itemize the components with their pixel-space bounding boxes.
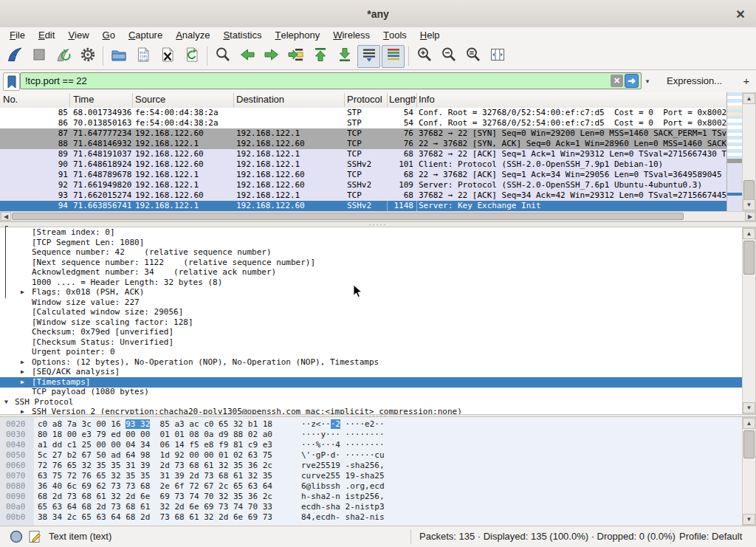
packet-row-94[interactable]: 9471.663856741192.168.122.1192.168.122.6… [0,201,726,211]
menu-item-go[interactable]: Go [96,27,122,43]
detail-line[interactable]: 1000 .... = Header Length: 32 bytes (8) [0,278,742,288]
close-icon[interactable]: ✕ [732,6,749,22]
scroll-up-icon[interactable]: ▲ [743,418,755,429]
pane-splitter-top[interactable]: ····· [0,221,756,227]
menu-item-help[interactable]: Help [413,27,447,43]
expander-collapsed-icon[interactable]: ▶ [21,357,24,367]
detail-line[interactable]: [Stream index: 0] [0,227,742,238]
zoom-out-button[interactable] [437,45,460,68]
expander-collapsed-icon[interactable]: ▶ [21,407,24,414]
column-divider[interactable] [416,93,417,107]
packet-list-vscrollbar[interactable]: ▲ ▼ [742,92,756,211]
detail-line[interactable]: Checksum: 0x79ed [unverified] [0,327,742,337]
column-divider[interactable] [69,93,70,107]
scroll-up-icon[interactable]: ▲ [743,93,755,104]
stop-capture-button[interactable] [27,45,50,68]
hex-ascii[interactable]: curve255 19-sha25 [301,471,385,481]
scroll-down-icon[interactable]: ▼ [743,402,755,413]
hex-ascii[interactable]: \'·gP·d· ······cu [301,450,385,461]
hex-bytes[interactable]: 65 63 64 68 2d 73 68 61 32 2d 6e 69 73 7… [38,502,272,512]
hex-row-0020[interactable]: 0020c0 a8 7a 3c 00 16 93 32 85 a3 ac c0 … [0,419,742,430]
hex-row-0030[interactable]: 003080 18 00 e3 79 ed 00 00 01 01 08 0a … [0,430,742,440]
menu-item-telephony[interactable]: Telephony [268,27,326,43]
hex-bytes[interactable]: 5c 27 b2 67 50 ad 64 98 1d 92 00 00 01 0… [38,450,272,461]
filter-apply-icon[interactable]: ➜ [625,74,639,88]
capture-options-button[interactable] [76,45,99,68]
detail-line[interactable]: [Window size scaling factor: 128] [0,317,742,328]
hex-row-00b0[interactable]: 00b038 34 2c 65 63 64 68 2d 73 68 61 32 … [0,512,742,523]
go-first-button[interactable] [309,45,331,68]
go-last-button[interactable] [333,45,356,68]
auto-scroll-button[interactable] [357,45,380,68]
packet-row-92[interactable]: 9271.661949820192.168.122.1192.168.122.6… [0,180,726,190]
menu-item-view[interactable]: View [61,27,95,43]
detail-line[interactable]: ▶[SEQ/ACK analysis] [0,367,742,377]
detail-line[interactable]: ▶[Timestamps] [0,377,742,388]
hex-ascii[interactable]: ····y··· ········ [301,430,385,440]
column-divider[interactable] [233,93,234,107]
menu-item-tools[interactable]: Tools [377,27,413,43]
detail-line[interactable]: [Checksum Status: Unverified] [0,337,742,348]
save-file-button[interactable]: 010111010110 [131,45,154,68]
filter-bookmark-button[interactable] [3,72,20,91]
menu-item-statistics[interactable]: Statistics [216,27,268,43]
hex-ascii[interactable]: 84,ecdh- sha2-nis [301,512,385,523]
scroll-down-icon[interactable]: ▼ [743,514,755,525]
go-forward-button[interactable] [260,45,283,68]
colorize-button[interactable] [382,45,405,68]
expander-collapsed-icon[interactable]: ▶ [21,287,24,297]
hex-row-0050[interactable]: 00505c 27 b2 67 50 ad 64 98 1d 92 00 00 … [0,450,742,461]
hex-vscrollbar[interactable]: ▲ ▼ [742,417,756,526]
expander-collapsed-icon[interactable]: ▶ [21,377,24,387]
column-header-info[interactable]: Info [419,94,714,105]
column-header-protocol[interactable]: Protocol [347,94,388,105]
hex-bytes[interactable]: 36 40 6c 69 62 73 73 68 2e 6f 72 67 2c 6… [38,481,272,492]
resize-columns-button[interactable] [486,45,509,68]
restart-capture-button[interactable] [52,45,75,68]
detail-line[interactable]: TCP payload (1080 bytes) [0,387,742,397]
details-vscroll-thumb[interactable] [743,241,755,275]
hex-bytes[interactable]: c0 a8 7a 3c 00 16 93 32 85 a3 ac c0 65 3… [38,419,272,430]
packet-row-89[interactable]: 8971.648191037192.168.122.60192.168.122.… [0,149,726,159]
menu-item-wireless[interactable]: Wireless [326,27,377,43]
hex-row-0070[interactable]: 007063 75 72 76 65 32 35 35 31 39 2d 73 … [0,471,742,481]
column-divider[interactable] [344,93,345,107]
detail-line[interactable]: Urgent pointer: 0 [0,347,742,357]
vscroll-thumb[interactable] [743,180,755,200]
scroll-left-icon[interactable]: ◀ [1,212,11,221]
expander-collapsed-icon[interactable]: ▶ [21,367,24,376]
packet-row-86[interactable]: 8670.013850163fe:54:00:d4:38:2aSTP54Conf… [0,118,726,128]
hex-bytes[interactable]: 38 34 2c 65 63 64 68 2d 73 68 61 32 2d 6… [38,512,272,523]
scroll-down-icon[interactable]: ▼ [743,199,755,210]
status-profile[interactable]: Profile: Default [679,531,742,542]
detail-line[interactable]: Window size value: 227 [0,297,742,308]
detail-line[interactable]: [Calculated window size: 29056] [0,307,742,317]
scroll-right-icon[interactable]: ▶ [745,212,755,221]
open-file-button[interactable] [107,45,130,68]
expander-expanded-icon[interactable]: ▼ [4,397,8,407]
expression-button[interactable]: Expression... [667,75,722,86]
detail-line[interactable]: ▼SSH Protocol [0,397,742,407]
detail-line[interactable]: [Next sequence number: 1122 (relative se… [0,258,742,268]
hex-ascii[interactable]: ··z<···2 ····e2·· [301,419,385,430]
zoom-100-button[interactable] [461,45,484,68]
packet-row-90[interactable]: 9071.648618924192.168.122.60192.168.122.… [0,159,726,170]
menu-item-analyze[interactable]: Analyze [169,27,216,43]
intelligent-scrollbar-minimap[interactable] [726,92,742,211]
hex-ascii[interactable]: rve25519 -sha256, [301,461,385,471]
details-vscrollbar[interactable]: ▲ ▼ [742,227,756,414]
detail-line[interactable]: Sequence number: 42 (relative sequence n… [0,247,742,258]
hex-ascii[interactable]: h-sha2-n istp256, [301,492,385,502]
filter-add-button[interactable]: + [739,73,754,89]
hex-vscroll-thumb[interactable] [743,430,755,458]
display-filter-input[interactable]: !tcp.port == 22 [20,72,642,89]
zoom-in-button[interactable] [413,45,436,68]
hex-bytes[interactable]: 72 76 65 32 35 35 31 39 2d 73 68 61 32 3… [38,461,272,471]
hex-bytes[interactable]: 80 18 00 e3 79 ed 00 00 01 01 08 0a d9 8… [38,430,272,440]
hex-ascii[interactable]: 6@libssh .org,ecd [301,481,385,492]
column-divider[interactable] [132,93,133,107]
column-header-source[interactable]: Source [135,94,235,105]
menu-item-capture[interactable]: Capture [122,27,169,43]
hex-row-0080[interactable]: 008036 40 6c 69 62 73 73 68 2e 6f 72 67 … [0,481,742,492]
packet-list-hscrollbar[interactable]: ◀ ▶ [0,211,756,221]
